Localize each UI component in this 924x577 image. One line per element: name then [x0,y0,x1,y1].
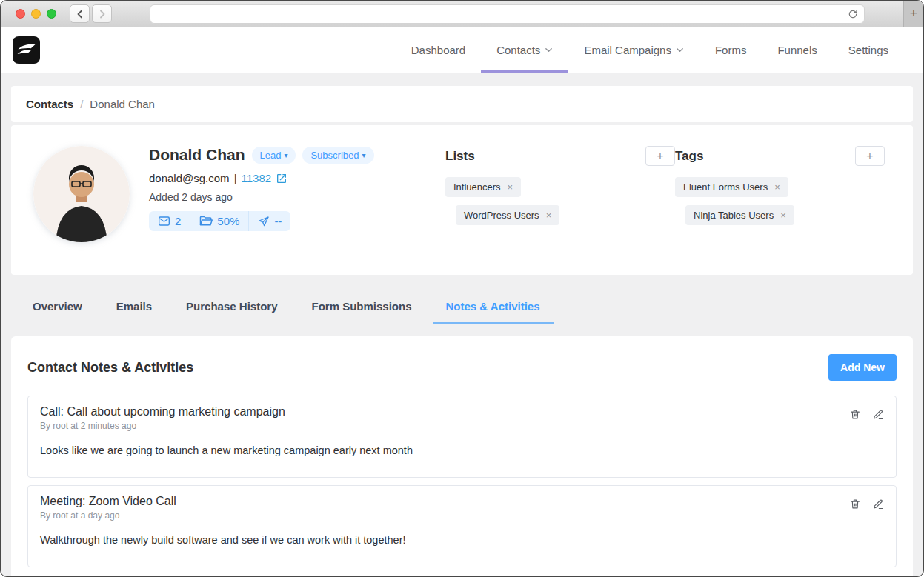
note-body: Looks like we are going to launch a new … [40,444,849,456]
contact-stats: 2 50% -- [149,211,290,231]
edit-icon[interactable] [872,408,884,421]
click-rate-stat-value: -- [274,215,282,227]
back-button[interactable] [70,4,90,23]
tab-overview[interactable]: Overview [19,297,96,324]
browser-window: + Dashboard Contacts Email Campaigns For… [0,0,924,577]
nav-settings[interactable]: Settings [833,27,904,73]
contact-added-date: Added 2 days ago [149,191,445,203]
chevron-down-icon [545,46,553,54]
note-title: Meeting: Zoom Video Call [40,495,849,508]
email-id-divider: | [234,172,237,184]
window-controls [16,9,56,19]
new-tab-button[interactable]: + [903,1,923,27]
edit-icon[interactable] [872,498,884,510]
nav-forms[interactable]: Forms [699,27,762,73]
contact-summary-card: Donald Chan Lead ▾ Subscribed ▾ donald@s… [11,125,913,275]
external-link-icon[interactable] [276,173,287,184]
browser-titlebar: + [1,1,923,27]
list-chip: WordPress Users × [456,205,559,225]
trash-icon[interactable] [849,498,861,510]
contact-info: Donald Chan Lead ▾ Subscribed ▾ donald@s… [149,146,445,242]
nav-label: Email Campaigns [584,44,671,56]
caret-down-icon: ▾ [362,151,366,159]
tag-chip-label: Ninja Tables Users [694,210,774,221]
url-input[interactable] [156,8,848,19]
close-window-button[interactable] [16,9,25,19]
nav-label: Forms [715,44,747,56]
address-bar[interactable] [150,4,865,24]
add-tag-button[interactable]: + [855,146,885,166]
envelope-icon [158,216,170,227]
list-chip-label: WordPress Users [464,210,539,221]
breadcrumb-current: Donald Chan [90,98,155,110]
nav-dashboard[interactable]: Dashboard [396,27,481,73]
contact-type-dropdown[interactable]: Lead ▾ [252,147,296,164]
contact-id-link[interactable]: 11382 [242,172,272,184]
tag-chip: Ninja Tables Users × [685,205,794,225]
nav-label: Settings [848,44,888,56]
close-icon[interactable]: × [546,210,552,221]
note-meta: By root at 2 minutes ago [40,421,849,431]
chevron-right-icon [98,10,107,19]
send-icon [258,216,270,227]
breadcrumb-contacts[interactable]: Contacts [26,98,73,110]
tags-section: Tags + Fluent Forms Users × Ninja Tables… [675,146,885,242]
breadcrumb-separator: / [80,98,83,110]
chevron-down-icon [676,46,684,54]
add-list-button[interactable]: + [645,146,675,166]
fluentcrm-logo[interactable] [13,36,40,64]
plus-icon: + [657,150,663,163]
tag-chip: Fluent Forms Users × [675,177,788,197]
minimize-window-button[interactable] [31,9,41,19]
tags-title: Tags [675,149,703,164]
nav-label: Dashboard [411,44,465,56]
nav-label: Funnels [777,44,817,56]
add-new-note-button[interactable]: Add New [828,354,897,381]
note-meta: By root at a day ago [40,510,849,521]
notes-panel: Contact Notes & Activities Add New Call:… [11,336,913,577]
contact-name: Donald Chan [149,146,245,164]
lists-section: Lists + Influencers × WordPress Users × [445,146,675,242]
contact-type-label: Lead [260,150,282,161]
nav-label: Contacts [496,44,540,56]
emails-stat-value: 2 [175,215,181,227]
close-icon[interactable]: × [774,181,780,193]
app-header: Dashboard Contacts Email Campaigns Forms… [1,27,923,73]
zoom-window-button[interactable] [47,9,56,19]
close-icon[interactable]: × [508,181,513,193]
list-chip-label: Influencers [453,181,501,193]
nav-funnels[interactable]: Funnels [762,27,832,73]
tab-notes-activities[interactable]: Notes & Activities [433,297,554,324]
open-rate-stat: 50% [190,211,248,231]
list-chip: Influencers × [445,177,521,197]
lists-title: Lists [445,149,475,164]
caret-down-icon: ▾ [284,151,287,159]
note-card: Meeting: Zoom Video Call By root at a da… [27,485,897,567]
close-icon[interactable]: × [780,210,786,221]
forward-button[interactable] [92,4,112,23]
tab-emails[interactable]: Emails [103,297,165,324]
subscription-status-dropdown[interactable]: Subscribed ▾ [302,147,373,164]
tag-chip-label: Fluent Forms Users [683,181,768,193]
tab-form-submissions[interactable]: Form Submissions [298,297,425,324]
main-nav: Dashboard Contacts Email Campaigns Forms… [396,27,904,73]
nav-contacts[interactable]: Contacts [481,27,568,73]
nav-email-campaigns[interactable]: Email Campaigns [568,27,699,73]
trash-icon[interactable] [849,408,861,421]
open-rate-stat-value: 50% [217,215,239,227]
note-body: Walkthrough the newly build software and… [40,534,849,546]
contact-tabs: Overview Emails Purchase History Form Su… [11,297,913,324]
subscription-status-label: Subscribed [310,150,359,161]
note-title: Call: Call about upcoming marketing camp… [40,405,849,418]
open-folder-icon [199,216,213,227]
avatar [33,146,130,242]
tab-purchase-history[interactable]: Purchase History [173,297,290,324]
emails-stat: 2 [149,211,190,231]
breadcrumb: Contacts / Donald Chan [11,86,913,122]
plus-icon: + [910,6,918,21]
note-card: Call: Call about upcoming marketing camp… [27,396,897,478]
notes-panel-title: Contact Notes & Activities [27,360,193,376]
plus-icon: + [866,150,873,163]
chevron-left-icon [76,10,84,19]
reload-icon[interactable] [848,9,858,19]
